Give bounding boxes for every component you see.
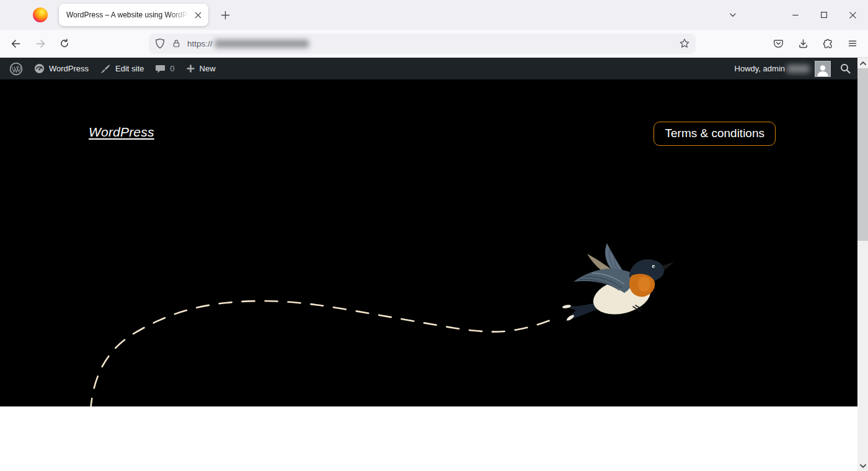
scrollbar-up-arrow[interactable] xyxy=(857,58,868,68)
back-button[interactable] xyxy=(5,33,26,54)
admin-bar-comments-count: 0 xyxy=(170,64,174,73)
scrollbar-thumb[interactable] xyxy=(857,68,868,241)
menu-hamburger-icon[interactable] xyxy=(842,33,863,54)
admin-bar-comments[interactable]: 0 xyxy=(149,58,180,79)
page-viewport: WordPress Edit site 0 New xyxy=(0,58,868,471)
scrollbar[interactable] xyxy=(857,58,868,471)
dashboard-gauge-icon xyxy=(34,63,45,74)
admin-bar-search-icon[interactable] xyxy=(839,63,851,74)
comment-bubble-icon xyxy=(155,64,166,74)
list-tabs-chevron-icon[interactable] xyxy=(723,5,743,25)
firefox-logo-icon xyxy=(33,7,48,22)
tab-bar: WordPress – A website using WordPres xyxy=(0,0,868,30)
wordpress-logo-icon xyxy=(9,62,23,76)
admin-bar-new-label: New xyxy=(200,64,216,73)
howdy-text: Howdy, admin xyxy=(735,64,785,73)
flight-path xyxy=(91,301,557,406)
bird-illustration xyxy=(561,243,674,321)
pocket-icon[interactable] xyxy=(768,33,789,54)
scrollbar-down-arrow[interactable] xyxy=(857,460,868,471)
tab-title: WordPress – A website using WordPres xyxy=(66,11,191,19)
wordpress-logo-menu[interactable] xyxy=(4,58,29,79)
reload-button[interactable] xyxy=(54,33,75,54)
admin-bar-new[interactable]: New xyxy=(180,58,221,79)
url-domain-redacted xyxy=(215,40,309,48)
tracking-protection-shield-icon[interactable] xyxy=(154,38,166,49)
url-protocol-text: https:// xyxy=(187,39,213,48)
new-tab-button[interactable] xyxy=(216,6,234,24)
page-footer-section xyxy=(0,406,868,471)
tab-close-icon[interactable] xyxy=(191,8,205,22)
hero-illustration xyxy=(0,79,857,406)
navigation-toolbar: https:// xyxy=(0,30,868,58)
window-minimize-button[interactable] xyxy=(781,0,810,30)
admin-bar-account[interactable]: Howdy, admin xyxy=(735,61,857,77)
lock-icon[interactable] xyxy=(172,38,181,48)
plus-icon xyxy=(186,64,195,73)
toolbar-right-icons xyxy=(768,33,863,54)
bookmark-star-icon[interactable] xyxy=(679,38,690,49)
browser-tab[interactable]: WordPress – A website using WordPres xyxy=(59,4,208,26)
site-hero-section: WordPress Terms & conditions xyxy=(0,79,857,406)
downloads-icon[interactable] xyxy=(792,33,813,54)
username-redacted xyxy=(787,65,810,73)
window-close-button[interactable] xyxy=(838,0,867,30)
extensions-puzzle-icon[interactable] xyxy=(817,33,838,54)
forward-button[interactable] xyxy=(30,33,51,54)
admin-bar-site-menu[interactable]: WordPress xyxy=(29,58,94,79)
avatar[interactable] xyxy=(815,61,831,77)
admin-bar-site-name: WordPress xyxy=(49,64,89,73)
window-maximize-button[interactable] xyxy=(810,0,838,30)
paintbrush-icon xyxy=(100,63,111,74)
url-bar[interactable]: https:// xyxy=(149,34,696,54)
admin-bar: WordPress Edit site 0 New xyxy=(0,58,857,79)
admin-bar-edit-site-label: Edit site xyxy=(115,64,144,73)
admin-bar-edit-site[interactable]: Edit site xyxy=(94,58,149,79)
browser-window: WordPress – A website using WordPres xyxy=(0,0,868,471)
